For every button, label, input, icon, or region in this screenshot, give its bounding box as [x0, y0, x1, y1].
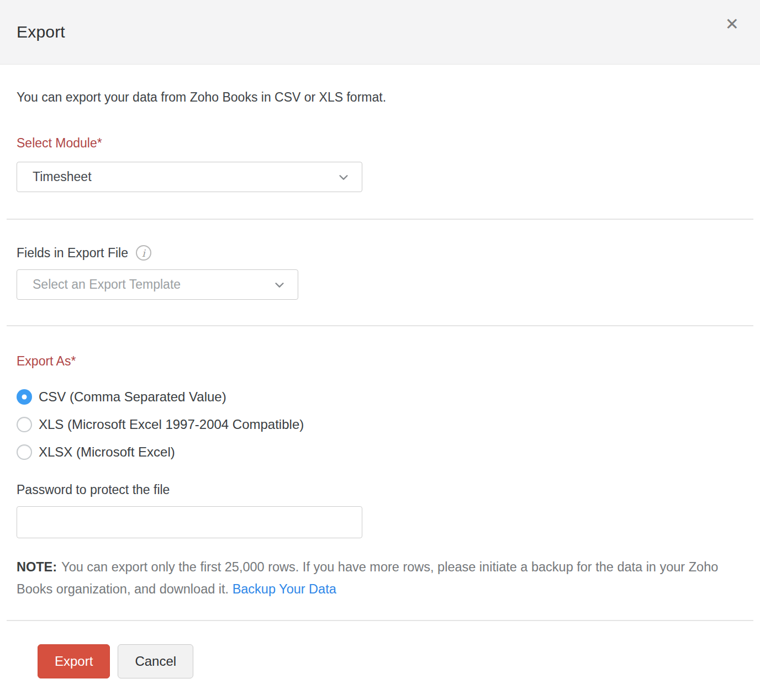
divider — [7, 325, 753, 326]
select-module-label: Select Module* — [17, 136, 743, 151]
radio-button-icon[interactable] — [17, 389, 32, 405]
export-button[interactable]: Export — [38, 644, 110, 678]
fields-in-export-file-label: Fields in Export File i — [17, 245, 743, 261]
password-label: Password to protect the file — [17, 482, 743, 497]
export-template-select[interactable]: Select an Export Template — [17, 269, 298, 300]
radio-option-xls[interactable]: XLS (Microsoft Excel 1997-2004 Compatibl… — [17, 411, 743, 438]
radio-option-label: CSV (Comma Separated Value) — [39, 389, 226, 405]
radio-option-csv[interactable]: CSV (Comma Separated Value) — [17, 383, 743, 411]
divider — [7, 219, 753, 220]
dialog-title: Export — [17, 23, 65, 41]
radio-button-icon[interactable] — [17, 417, 32, 432]
dialog-body: You can export your data from Zoho Books… — [0, 65, 760, 678]
note-text: NOTE:You can export only the first 25,00… — [17, 556, 740, 600]
chevron-down-icon — [337, 171, 350, 183]
chevron-down-icon — [273, 279, 286, 291]
cancel-button[interactable]: Cancel — [118, 644, 193, 678]
intro-text: You can export your data from Zoho Books… — [17, 90, 743, 105]
dialog-footer: Export Cancel — [0, 644, 760, 678]
note-body: You can export only the first 25,000 row… — [17, 560, 718, 596]
radio-option-label: XLS (Microsoft Excel 1997-2004 Compatibl… — [39, 417, 304, 432]
radio-option-label: XLSX (Microsoft Excel) — [39, 444, 175, 460]
radio-option-xlsx[interactable]: XLSX (Microsoft Excel) — [17, 438, 743, 466]
fields-in-export-file-text: Fields in Export File — [17, 246, 128, 261]
divider — [7, 620, 753, 621]
export-format-radio-group: CSV (Comma Separated Value) XLS (Microso… — [17, 383, 743, 466]
export-template-placeholder: Select an Export Template — [33, 277, 181, 292]
export-as-label: Export As* — [17, 354, 743, 369]
close-icon[interactable]: ✕ — [721, 14, 743, 35]
password-input[interactable] — [17, 506, 362, 538]
module-select[interactable]: Timesheet — [17, 162, 362, 192]
note-prefix: NOTE: — [17, 560, 57, 574]
info-icon[interactable]: i — [136, 245, 151, 261]
radio-button-icon[interactable] — [17, 444, 32, 460]
module-select-value: Timesheet — [33, 169, 92, 184]
export-dialog: Export ✕ You can export your data from Z… — [0, 0, 760, 678]
backup-your-data-link[interactable]: Backup Your Data — [233, 582, 336, 596]
dialog-header: Export ✕ — [0, 0, 760, 65]
